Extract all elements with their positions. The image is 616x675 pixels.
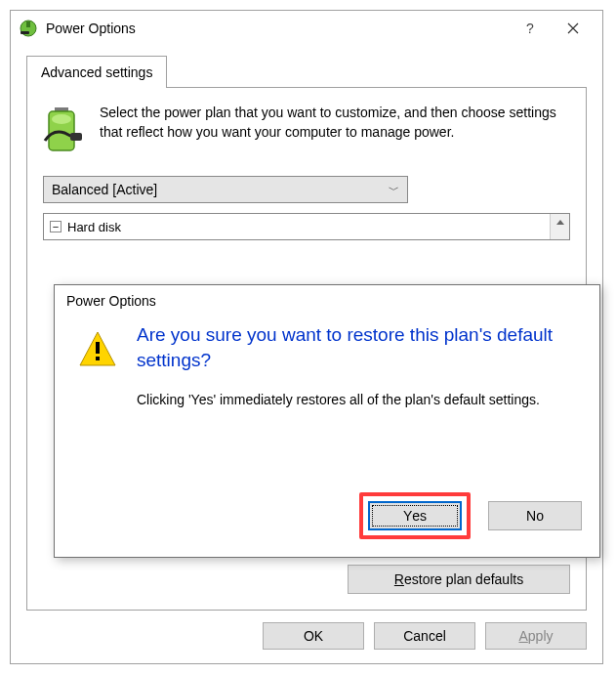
svg-rect-2 <box>21 31 29 34</box>
close-button[interactable] <box>552 14 595 43</box>
svg-rect-1 <box>26 21 30 27</box>
power-options-window: Power Options ? Advanced settings Sele <box>10 10 603 664</box>
plan-selected-label: Balanced [Active] <box>52 182 157 197</box>
plan-dropdown[interactable]: Balanced [Active] ﹀ <box>43 176 408 203</box>
no-button[interactable]: No <box>488 501 582 530</box>
confirm-body-text: Clicking 'Yes' immediately restores all … <box>137 390 578 409</box>
settings-tree[interactable]: − Hard disk <box>43 213 570 240</box>
chevron-down-icon: ﹀ <box>389 183 399 197</box>
confirm-heading: Are you sure you want to restore this pl… <box>137 322 578 372</box>
titlebar: Power Options ? <box>11 11 602 46</box>
confirm-dialog: Power Options Are you sure you want to r… <box>54 284 600 558</box>
battery-icon <box>43 104 86 158</box>
intro-text: Select the power plan that you want to c… <box>100 104 570 158</box>
window-title: Power Options <box>46 21 136 36</box>
cancel-button[interactable]: Cancel <box>374 622 475 650</box>
svg-rect-8 <box>96 357 100 360</box>
svg-rect-6 <box>70 133 82 141</box>
ok-button[interactable]: OK <box>263 622 364 650</box>
confirm-buttons: Yes No <box>359 492 582 539</box>
apply-button: Apply <box>485 622 587 650</box>
yes-button[interactable]: Yes <box>368 501 462 530</box>
tree-item-hard-disk[interactable]: Hard disk <box>67 220 121 234</box>
tree-collapse-icon[interactable]: − <box>50 221 62 232</box>
restore-label: Restore plan defaults <box>394 571 523 587</box>
help-button[interactable]: ? <box>509 14 552 43</box>
svg-point-5 <box>52 114 71 124</box>
dialog-buttons-row: OK Cancel Apply <box>263 622 587 650</box>
svg-rect-7 <box>96 342 100 354</box>
confirm-dialog-body: Are you sure you want to restore this pl… <box>55 316 599 416</box>
warning-icon <box>76 328 119 371</box>
intro-row: Select the power plan that you want to c… <box>43 104 570 158</box>
power-options-icon <box>19 19 38 38</box>
tab-advanced-settings[interactable]: Advanced settings <box>26 56 167 88</box>
yes-highlight: Yes <box>359 492 471 539</box>
confirm-dialog-title: Power Options <box>55 285 599 316</box>
restore-plan-defaults-button[interactable]: Restore plan defaults <box>348 565 570 594</box>
scrollbar-up[interactable] <box>550 214 569 239</box>
